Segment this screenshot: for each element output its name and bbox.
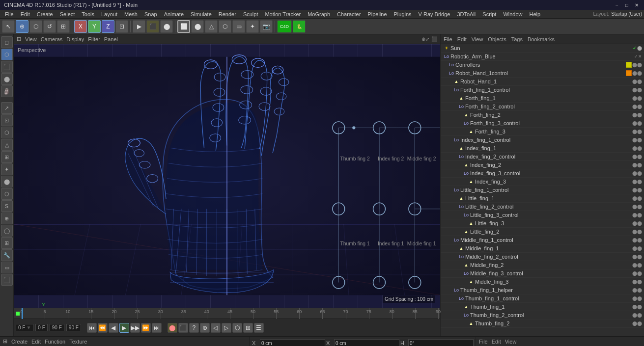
rh-icons[interactable]: ⬤⬤	[632, 71, 642, 76]
menu-edit[interactable]: Edit	[18, 11, 33, 18]
left-tool-9[interactable]: S	[1, 200, 13, 212]
menu-render[interactable]: Render	[216, 11, 239, 18]
left-tool-6[interactable]: ✦	[1, 163, 13, 175]
minimize-button[interactable]: −	[614, 1, 620, 8]
tree-item-index-fing-2[interactable]: ▲ Index_fing_2 ⬤⬤	[441, 161, 644, 169]
tree-item-little-fing-1-control[interactable]: Lo Little_fing_1_control ⬤⬤	[441, 186, 644, 194]
tool-scale[interactable]: ⬡	[29, 20, 42, 33]
key-next[interactable]: ▷	[222, 323, 231, 333]
menu-file[interactable]: File	[2, 11, 17, 18]
ff2c-icons[interactable]: ⬤⬤	[632, 104, 642, 109]
transport-goto-end[interactable]: ⏭	[152, 323, 162, 333]
tree-item-forth-fing-2-control[interactable]: Lo Forth_fing_2_control ⬤⬤	[441, 103, 644, 111]
left-tool-2[interactable]: ⊡	[1, 114, 13, 126]
vp-filter-btn[interactable]: Filter	[88, 36, 100, 42]
left-tool-model[interactable]: ⬡	[1, 49, 13, 60]
if1-icons[interactable]: ⬤⬤	[632, 146, 642, 151]
th2-icons[interactable]: ⬤⬤	[632, 321, 642, 326]
transport-prev[interactable]: ⏪	[98, 323, 108, 333]
render-play[interactable]: ▶	[133, 20, 145, 33]
obj-sphere[interactable]: ⬤	[191, 20, 204, 33]
tree-item-middle-fing-1-control[interactable]: Lo Middle_fing_1_control ⬤⬤	[441, 236, 644, 244]
menu-character[interactable]: Character	[334, 11, 364, 18]
vp-panel-btn[interactable]: Panel	[104, 36, 118, 42]
x-pos-input[interactable]	[260, 339, 325, 346]
tree-item-thumb-fing-1[interactable]: ▲ Thumb_fing_1 ⬤⬤	[441, 303, 644, 311]
tree-item-middle-fing-3-control[interactable]: Lo Middle_fing_3_control ⬤⬤	[441, 269, 644, 278]
menu-vray[interactable]: V-Ray Bridge	[416, 11, 453, 18]
tree-item-index-fing-3[interactable]: ▲ Index_fing_3 ⬤⬤	[441, 178, 644, 186]
transport-prev-frame[interactable]: ◀	[109, 323, 118, 333]
vp-nav-icon[interactable]: ⊕⤢	[421, 36, 429, 42]
tool-arrow[interactable]: ↖	[2, 20, 15, 33]
maximize-button[interactable]: □	[623, 1, 630, 8]
render-pic[interactable]: ⬛	[146, 20, 159, 33]
th2c-icons[interactable]: ⬤⬤	[632, 313, 642, 318]
th1c-icons[interactable]: ⬤⬤	[632, 296, 642, 301]
th1-icons[interactable]: ⬤⬤	[632, 304, 642, 309]
axis-y[interactable]: Y	[88, 20, 101, 33]
menu-window[interactable]: Window	[500, 11, 525, 18]
axis-z[interactable]: Z	[102, 20, 114, 33]
tree-item-forth-fing-3-control[interactable]: Lo Forth_fing_3_control ⬤⬤	[441, 119, 644, 128]
if2c-icons[interactable]: ⬤⬤	[632, 154, 642, 159]
tree-item-forth-fing-1-control[interactable]: Lo Forth_fing_1_control ⬤⬤	[441, 86, 644, 94]
tree-item-forth-fing-2[interactable]: ▲ Forth_fing_2 ⬤⬤	[441, 111, 644, 119]
rp-tags-btn[interactable]: Tags	[511, 36, 523, 42]
menu-select[interactable]: Select	[57, 11, 78, 18]
obj-cylinder[interactable]: ⬡	[219, 20, 231, 33]
rp-view-btn[interactable]: View	[472, 36, 483, 42]
lf2c-icons[interactable]: ⬤⬤	[632, 204, 642, 209]
axis-toggle[interactable]: ⊡	[115, 20, 128, 33]
tree-item-index-fing-2-control[interactable]: Lo Index_fing_2_control ⬤⬤	[441, 153, 644, 161]
tool-transform[interactable]: ⊞	[57, 20, 70, 33]
rb-file-btn[interactable]: File	[479, 339, 488, 345]
mat-tex-btn[interactable]: Texture	[69, 339, 87, 345]
left-tool-15[interactable]: ⬛	[1, 274, 13, 286]
if2-icons[interactable]: ⬤⬤	[632, 162, 642, 167]
tree-item-little-fing-2-control[interactable]: Lo Little_fing_2_control ⬤⬤	[441, 203, 644, 211]
left-tool-12[interactable]: ⊞	[1, 237, 13, 249]
lf2-icons[interactable]: ⬤⬤	[632, 229, 642, 234]
close-button[interactable]: ✕	[633, 1, 640, 8]
menu-script[interactable]: Script	[479, 11, 499, 18]
menu-mograph[interactable]: MoGraph	[305, 11, 333, 18]
viewport-canvas[interactable]: X Y Z Thumb fing 2 Index fing 2 Middle f…	[14, 44, 440, 308]
tree-item-forth-fing-1[interactable]: ▲ Forth_fing_1 ⬤⬤	[441, 94, 644, 103]
render-view[interactable]: ⬤	[160, 20, 173, 33]
tree-item-thumb-fing-1-control[interactable]: Lo Thumb_fing_1_control ⬤⬤	[441, 294, 644, 303]
menu-snap[interactable]: Snap	[141, 11, 160, 18]
rp-bookmarks-btn[interactable]: Bookmarks	[528, 36, 555, 42]
mat-create-btn[interactable]: Create	[11, 339, 28, 345]
rh1-icons[interactable]: ⬤⬤	[632, 79, 642, 84]
left-tool-7[interactable]: ⬤	[1, 176, 13, 187]
ff3c-icons[interactable]: ⬤⬤	[632, 121, 642, 126]
mf3c-icons[interactable]: ⬤⬤	[632, 271, 642, 276]
axis-x[interactable]: X	[74, 20, 87, 33]
menu-pipeline[interactable]: Pipeline	[364, 11, 390, 18]
tree-item-middle-fing-2-control[interactable]: Lo Middle_fing_2_control ⬤⬤	[441, 253, 644, 261]
left-tool-1[interactable]: ↗	[1, 102, 13, 114]
tree-item-middle-fing-1[interactable]: ▲ Middle_fing_1 ⬤⬤	[441, 244, 644, 253]
menu-simulate[interactable]: Simulate	[188, 11, 215, 18]
vp-fullscreen[interactable]: ⬛	[431, 36, 437, 42]
arm-blue-toggle[interactable]: ✓✕	[634, 54, 642, 59]
tool-rotate[interactable]: ↺	[43, 20, 56, 33]
ff1-icons[interactable]: ⬤⬤	[632, 96, 642, 101]
lf1-icons[interactable]: ⬤⬤	[632, 196, 642, 201]
left-tool-13[interactable]: 🔧	[1, 249, 13, 261]
mf2c-icons[interactable]: ⬤⬤	[632, 254, 642, 259]
obj-light[interactable]: ✦	[246, 20, 259, 33]
frame-end[interactable]: 90 F	[50, 324, 64, 331]
tree-item-middle-fing-3[interactable]: ▲ Middle_fing_3 ⬤⬤	[441, 278, 644, 286]
tree-item-robot-hand-control[interactable]: Lo Robot_Hand_1control ⬤⬤	[441, 69, 644, 78]
rp-objects-btn[interactable]: Objects	[488, 36, 506, 42]
frame-fps[interactable]: 90 F	[66, 324, 81, 331]
menu-layout[interactable]: Layout	[98, 11, 120, 18]
timeline-ruler[interactable]: 051015202530354045505560657075808590	[14, 308, 440, 319]
left-tool-14[interactable]: ▭	[1, 262, 13, 273]
layout-value[interactable]: Startup (User)	[611, 11, 642, 17]
tree-item-thumb-fing-2[interactable]: ▲ Thumb_fing_2 ⬤⬤	[441, 319, 644, 328]
obj-cube[interactable]: ⬜	[177, 20, 190, 33]
left-tool-8[interactable]: ⬡	[1, 188, 13, 200]
